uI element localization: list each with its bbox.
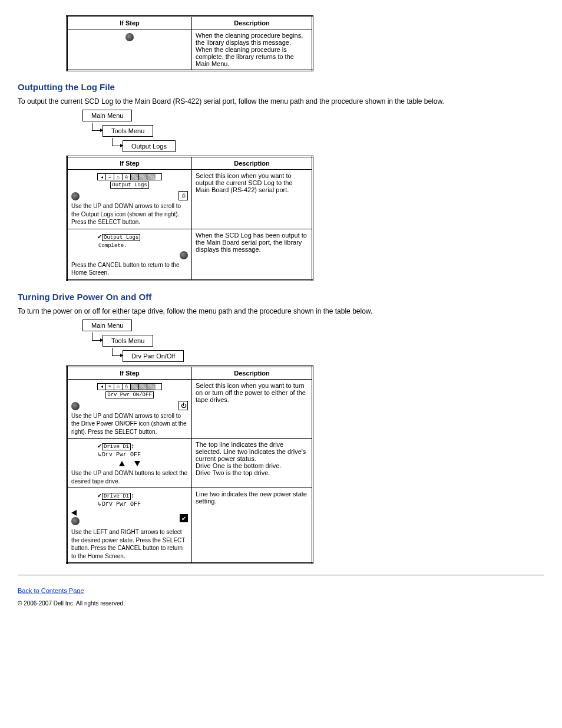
divider: [18, 575, 544, 575]
crumb-tools: Tools Menu: [103, 335, 153, 347]
down-arrow-icon: [134, 461, 140, 466]
lcd-label: Drv Pwr OFF: [102, 501, 141, 508]
step-desc: Select this icon when you want to turn o…: [192, 379, 313, 439]
copyright: © 2006-2007 Dell Inc. All rights reserve…: [18, 599, 544, 608]
drive-icon: ⏻: [178, 401, 188, 410]
step-instr: Use the UP and DOWN arrows to scroll to …: [71, 412, 188, 436]
heading-drv-pwr: Turning Drive Power On and Off: [18, 292, 544, 302]
step-desc: Line two indicates the new power state s…: [192, 488, 313, 564]
knob-icon: [71, 192, 80, 200]
lcd-screen: ✔Drive D1↕ ↳Drv Pwr OFF: [97, 492, 162, 508]
col-ifstep: If Step: [67, 157, 192, 170]
step-desc: Select this icon when you want to output…: [192, 170, 313, 229]
left-arrow-icon: [71, 510, 77, 516]
heading-output-logs: Outputting the Log File: [18, 82, 544, 92]
lcd-screen: ✔Drive D1↕ ↳Drv Pwr OFF: [97, 442, 162, 458]
table-drv-pwr: If Step Description ◂≡⌂⎙ Drv Pwr ON/OFF …: [66, 365, 313, 565]
lcd-label: Drv Pwr ON/OFF: [105, 391, 154, 398]
crumb-main: Main Menu: [82, 319, 132, 331]
lcd-label: Complete.: [97, 243, 128, 249]
lcd-label: Drive D1: [102, 493, 131, 500]
select-icon: ✔: [180, 514, 188, 522]
crumb-tools: Tools Menu: [103, 125, 153, 137]
nav-tree-drv-pwr: Main Menu Tools Menu Drv Pwr On/Off: [82, 319, 544, 362]
table-row: ✔Drive D1↕ ↳Drv Pwr OFF ✔ Use the LEFT a…: [67, 488, 313, 564]
crumb-drv-pwr: Drv Pwr On/Off: [123, 350, 184, 362]
step-desc: When the SCD Log has been output to the …: [192, 229, 313, 280]
para-output-logs: To output the current SCD Log to the Mai…: [18, 97, 544, 106]
lcd-label: Drv Pwr OFF: [102, 452, 141, 458]
table-clean-fragment: If Step Description When the cleaning pr…: [66, 15, 313, 71]
col-ifstep: If Step: [67, 366, 192, 379]
table-row: ◂≡⌂⎙ Output Logs ⎙ Use the UP and DOWN a…: [67, 170, 313, 229]
lcd-screen: ✔Output Logs Complete.: [97, 233, 162, 249]
table-row: ✔Drive D1↕ ↳Drv Pwr OFF Use the UP and D…: [67, 439, 313, 488]
crumb-main: Main Menu: [82, 110, 132, 121]
step-instr: Use the UP and DOWN arrows to scroll to …: [71, 202, 188, 226]
lcd-screen: ◂≡⌂⎙ Output Logs: [97, 173, 162, 189]
table-row: ✔Output Logs Complete. Press the CANCEL …: [67, 229, 313, 280]
crumb-output-logs: Output Logs: [123, 140, 176, 152]
para-drv-pwr: To turn the power on or off for either t…: [18, 307, 544, 316]
step-instr: Use the LEFT and RIGHT arrows to select …: [71, 528, 188, 560]
table-row: ◂≡⌂⎙ Drv Pwr ON/OFF ⏻ Use the UP and DOW…: [67, 379, 313, 439]
nav-tree-output-logs: Main Menu Tools Menu Output Logs: [82, 110, 544, 152]
knob-icon: [180, 251, 188, 259]
lcd-screen: ◂≡⌂⎙ Drv Pwr ON/OFF: [97, 383, 162, 398]
knob-icon: [71, 402, 80, 410]
col-ifstep: If Step: [67, 17, 192, 29]
step-instr: Use the UP and DOWN buttons to select th…: [71, 469, 188, 485]
lcd-label: Output Logs: [102, 234, 140, 241]
doc-icon: ⎙: [178, 191, 188, 200]
knob-icon: [125, 33, 134, 41]
col-desc: Description: [192, 17, 313, 29]
step-instr: Press the CANCEL button to return to the…: [71, 261, 188, 277]
clean-desc: When the cleaning procedure begins, the …: [192, 29, 313, 71]
step-desc: The top line indicates the drive selecte…: [192, 439, 313, 488]
lcd-label: Drive D1: [102, 443, 131, 450]
back-to-contents-link[interactable]: Back to Contents Page: [18, 587, 84, 594]
lcd-label: Output Logs: [110, 182, 148, 189]
knob-icon: [71, 517, 80, 525]
table-output-logs: If Step Description ◂≡⌂⎙ Output Logs ⎙ U…: [66, 156, 313, 281]
col-desc: Description: [192, 157, 313, 170]
up-arrow-icon: [119, 461, 125, 466]
col-desc: Description: [192, 366, 313, 379]
